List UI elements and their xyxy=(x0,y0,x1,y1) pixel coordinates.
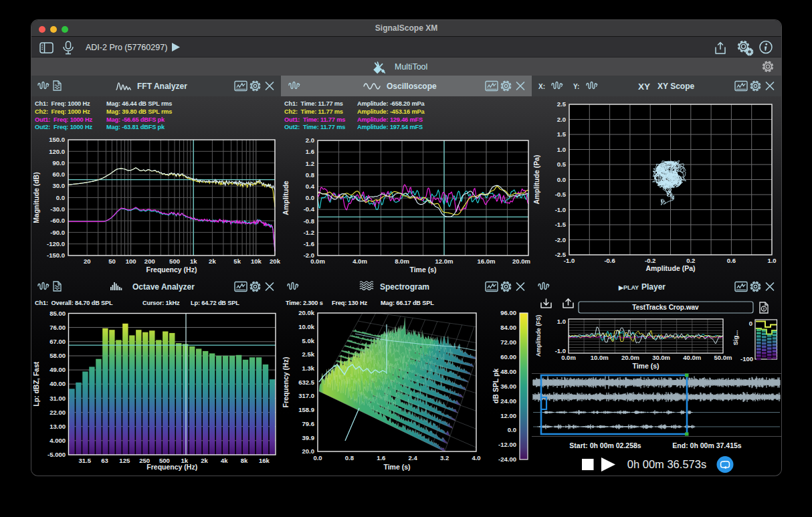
svg-text:Amplitude (Pa): Amplitude (Pa) xyxy=(645,264,695,272)
svg-text:-120.0: -120.0 xyxy=(47,240,65,247)
svg-text:0.0m: 0.0m xyxy=(561,354,576,361)
svg-text:8k: 8k xyxy=(241,457,248,464)
svg-text:-100: -100 xyxy=(740,355,753,363)
svg-text:-1.0: -1.0 xyxy=(555,206,566,213)
svg-text:10k: 10k xyxy=(251,257,262,265)
svg-text:Spectrogram: Spectrogram xyxy=(380,282,429,292)
svg-text:500: 500 xyxy=(169,257,180,265)
svg-text:MultiTool: MultiTool xyxy=(395,62,427,72)
svg-text:76.00: 76.00 xyxy=(49,324,66,331)
svg-text:20k: 20k xyxy=(270,257,281,265)
svg-text:FFT Analyzer: FFT Analyzer xyxy=(137,82,187,91)
svg-text:Start: 0h 00m 02.258s: Start: 0h 00m 02.258s xyxy=(569,441,641,449)
svg-text:1.0: 1.0 xyxy=(557,318,566,325)
svg-text:0: 0 xyxy=(749,320,752,327)
svg-text:158.9: 158.9 xyxy=(298,406,314,413)
svg-text:dB SPL pk: dB SPL pk xyxy=(492,369,500,403)
svg-text:-0.5: -0.5 xyxy=(555,191,567,198)
svg-text:72.00: 72.00 xyxy=(500,338,516,346)
svg-text:-1.2: -1.2 xyxy=(304,229,314,236)
svg-text:4.0: 4.0 xyxy=(472,454,480,461)
svg-text:40.0m: 40.0m xyxy=(683,354,701,361)
svg-text:30.0m: 30.0m xyxy=(652,354,670,361)
svg-text:-1.0: -1.0 xyxy=(564,257,575,264)
svg-text:Magnitude (dB): Magnitude (dB) xyxy=(32,172,40,223)
svg-text:0.5: 0.5 xyxy=(557,161,567,168)
svg-text:150.0: 150.0 xyxy=(49,136,65,143)
svg-text:2k: 2k xyxy=(201,457,208,464)
svg-text:0.0: 0.0 xyxy=(313,454,322,461)
svg-text:-12.00: -12.00 xyxy=(498,441,516,448)
svg-text:0.6: 0.6 xyxy=(727,257,736,264)
svg-text:24.00: 24.00 xyxy=(500,397,516,405)
svg-text:4.0m: 4.0m xyxy=(352,257,367,265)
svg-text:0.0m: 0.0m xyxy=(310,257,325,265)
svg-text:20: 20 xyxy=(84,257,91,265)
svg-text:ADI-2 Pro (57760297): ADI-2 Pro (57760297) xyxy=(86,43,167,52)
svg-text:13.00: 13.00 xyxy=(49,423,66,430)
svg-text:-1.6: -1.6 xyxy=(304,240,314,247)
svg-text:0.8: 0.8 xyxy=(306,171,314,179)
svg-text:Time (s): Time (s) xyxy=(409,266,436,274)
svg-text:31.5: 31.5 xyxy=(78,457,91,464)
svg-text:48.00: 48.00 xyxy=(500,368,516,375)
svg-text:317.0: 317.0 xyxy=(298,392,314,399)
svg-text:4k: 4k xyxy=(221,457,228,464)
svg-text:5.0k: 5.0k xyxy=(302,337,315,344)
svg-text:-24.00: -24.00 xyxy=(498,455,516,463)
svg-text:40.00: 40.00 xyxy=(49,380,66,387)
svg-text:30.0: 30.0 xyxy=(53,182,66,189)
svg-text:96.00: 96.00 xyxy=(500,309,516,316)
svg-text:100: 100 xyxy=(126,257,136,265)
svg-text:8.0m: 8.0m xyxy=(395,257,409,265)
svg-text:1k: 1k xyxy=(190,257,197,265)
svg-text:50.0m: 50.0m xyxy=(714,354,732,361)
svg-text:20.0k: 20.0k xyxy=(298,309,314,316)
svg-text:200: 200 xyxy=(144,257,155,265)
svg-text:10.0k: 10.0k xyxy=(298,323,314,330)
svg-text:120.0: 120.0 xyxy=(49,148,65,155)
svg-text:84.00: 84.00 xyxy=(500,324,516,331)
svg-text:-90.0: -90.0 xyxy=(50,229,65,236)
svg-text:1.6: 1.6 xyxy=(306,148,314,155)
svg-text:1.0: 1.0 xyxy=(767,257,776,264)
svg-text:16k: 16k xyxy=(259,457,270,464)
svg-text:90.0: 90.0 xyxy=(53,159,66,167)
svg-text:Time (s): Time (s) xyxy=(632,362,659,370)
svg-text:Sig...: Sig... xyxy=(732,330,739,346)
svg-text:Lp: dBZ, Fast: Lp: dBZ, Fast xyxy=(32,361,40,407)
svg-text:36.00: 36.00 xyxy=(500,383,516,390)
svg-text:0.0: 0.0 xyxy=(508,426,516,433)
svg-text:20.0: 20.0 xyxy=(302,447,315,455)
svg-text:20.0m: 20.0m xyxy=(621,354,639,361)
svg-text:85.00: 85.00 xyxy=(49,310,66,317)
svg-text:0.0: 0.0 xyxy=(306,194,314,201)
svg-text:60.0: 60.0 xyxy=(53,171,66,178)
svg-text:4.000: 4.000 xyxy=(49,437,66,444)
svg-text:5k: 5k xyxy=(233,257,241,265)
svg-text:Amplitude (FS): Amplitude (FS) xyxy=(535,315,542,357)
svg-text:Frequency (Hz): Frequency (Hz) xyxy=(146,463,197,471)
svg-text:50: 50 xyxy=(108,257,116,265)
svg-text:0.0: 0.0 xyxy=(557,176,566,183)
svg-text:22.00: 22.00 xyxy=(49,409,66,416)
svg-text:79.6: 79.6 xyxy=(302,420,315,427)
svg-text:-0.4: -0.4 xyxy=(304,205,315,213)
svg-text:-2.0: -2.0 xyxy=(555,236,566,243)
svg-text:12.00: 12.00 xyxy=(500,412,516,419)
svg-text:-1.5: -1.5 xyxy=(555,221,567,228)
svg-text:1.3k: 1.3k xyxy=(302,365,315,372)
svg-text:3.2: 3.2 xyxy=(440,454,449,461)
svg-text:0.2: 0.2 xyxy=(686,257,695,264)
svg-text:0.4: 0.4 xyxy=(306,183,315,190)
svg-text:49.00: 49.00 xyxy=(49,366,66,373)
svg-text:20.0m: 20.0m xyxy=(512,257,530,265)
svg-text:632.5: 632.5 xyxy=(298,379,314,386)
svg-text:XY: XY xyxy=(638,82,650,92)
svg-text:0.8: 0.8 xyxy=(345,454,354,461)
svg-text:Octave Analyzer: Octave Analyzer xyxy=(132,282,195,292)
svg-text:2.4: 2.4 xyxy=(409,454,418,461)
svg-text:End: 0h 00m 37.415s: End: 0h 00m 37.415s xyxy=(672,441,741,449)
svg-text:2.5k: 2.5k xyxy=(302,350,315,358)
svg-text:X:: X: xyxy=(538,83,545,90)
